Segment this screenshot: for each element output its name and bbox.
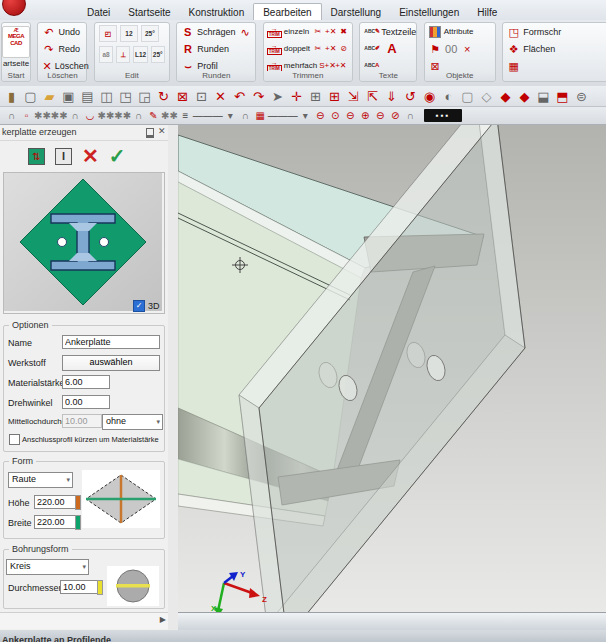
toolbar-icon[interactable]: ⇓ [382,87,401,106]
trim-tool-icon[interactable]: ✖ [338,27,348,36]
menu-darstellung[interactable]: Darstellung [322,4,391,20]
cross-lines-icon[interactable]: × [461,43,474,55]
toolbar-icon[interactable]: ✱✱✱✱ [98,108,132,123]
toolbar-icon[interactable]: ▰ [40,87,59,106]
toolbar-icon[interactable]: ✎ [146,108,161,123]
toolbar-icon[interactable]: ▢ [21,87,40,106]
textzeile-button[interactable]: ABC✎ Textzeile [360,23,416,40]
hoehe-input[interactable] [34,495,76,509]
toolbar-icon[interactable]: ↷ [249,87,268,106]
close-icon[interactable]: ✕ [158,126,166,136]
edit-tool-icon[interactable]: ◰ [99,25,117,42]
toolbar-icon[interactable]: ⇲ [344,87,363,106]
toolbar-icon[interactable]: ➤ [268,87,287,106]
menu-bearbeiten-active-tab[interactable]: Bearbeiten [253,3,321,21]
trim-icon[interactable]: →TRIM [267,60,282,72]
durchmesser-input[interactable] [60,580,98,594]
viewport-3d[interactable]: X Z Y [178,125,606,612]
toolbar-icon[interactable]: ✕ [211,87,230,106]
name-input[interactable] [62,335,160,349]
ribbon-button[interactable]: R Runden [177,40,255,57]
toolbar-icon[interactable]: ◆ [496,87,515,106]
edit-tool-icon[interactable]: L12 [133,46,147,63]
toolbar-icon[interactable]: ⊘ [388,108,403,123]
menu-hilfe[interactable]: Hilfe [468,4,506,20]
menu-startseite[interactable]: Startseite [119,4,179,20]
toolbar-icon[interactable]: ⊕ [358,108,373,123]
checkbox-3d-box[interactable]: ✓ [133,300,145,312]
toolbar-icon[interactable]: ◡ [83,108,98,123]
toolbar-icon[interactable]: ⊜ [572,87,591,106]
toolbar-icon[interactable]: ▫ [19,108,34,123]
viewport-canvas[interactable]: X Z Y [178,125,606,612]
trim-tool-icon[interactable]: +✕ [325,44,336,53]
form-shape-select[interactable]: Raute▾ [8,472,73,488]
ribbon-button[interactable]: ↶ Undo [38,23,86,40]
toolbar-icon[interactable]: ⊖ [343,108,358,123]
trim-tool-icon[interactable]: S+✕ [319,61,333,70]
breite-input[interactable] [34,515,76,529]
attribute-button[interactable]: Attribute [425,23,495,40]
trim-tool-icon[interactable]: ✂ [313,27,323,36]
abc-icon[interactable]: ABC✐ [364,46,378,51]
toolbar-icon[interactable]: ⊡ [192,87,211,106]
toolbar-icon[interactable]: ▤ [78,87,97,106]
toolbar-icon[interactable]: ◇ [477,87,496,106]
toolbar-icon[interactable]: ⊙ [328,108,343,123]
scroll-right-icon[interactable]: ▶ [160,615,166,624]
plate-profile-icon[interactable]: I [55,148,72,165]
ribbon-extra-icon[interactable]: ∿ [239,26,252,38]
pin-icon[interactable] [146,128,154,138]
toolbar-icon[interactable]: ≡ [178,108,193,123]
toolbar-icon[interactable]: ∩ [238,108,253,123]
toolbar-icon[interactable]: ▾ [298,108,313,123]
toolbar-icon[interactable]: ◳ [116,87,135,106]
clips-icon[interactable]: 00 [445,43,458,55]
ribbon-button[interactable]: ▦ [503,57,606,74]
mittelloch-select[interactable]: ohne▾ [102,414,163,430]
trim-tool-icon[interactable]: ✂ [313,44,323,53]
toolbar-icon[interactable]: ▦ [253,108,268,123]
edit-tool-icon[interactable]: 25° [141,25,159,42]
toolbar-icon[interactable]: ——— [268,108,298,123]
edit-tool-icon[interactable]: 25° [151,46,165,63]
toolbar-icon[interactable]: ⊖ [373,108,388,123]
toolbar-icon[interactable]: ↶ [230,87,249,106]
menu-konstruktion[interactable]: Konstruktion [180,4,254,20]
toolbar-icon[interactable]: ∩ [131,108,146,123]
toolbar-icon[interactable]: ⊞ [306,87,325,106]
ribbon-button[interactable]: ❖ Flächen [503,40,606,57]
toolbar-icon[interactable]: ⊖ [313,108,328,123]
werkstoff-auswaehlen-button[interactable]: auswählen [62,355,160,371]
edit-tool-icon[interactable]: a8 [99,46,113,63]
toolbar-icon[interactable]: ∩ [68,108,83,123]
toolbar-icon[interactable]: ⊞ [325,87,344,106]
menu-datei[interactable]: Datei [78,4,119,20]
toolbar-icon[interactable]: ⬓ [534,87,553,106]
panel-horizontal-scrollbar[interactable]: ▶ [0,612,168,629]
menu-einstellungen[interactable]: Einstellungen [390,4,468,20]
flag-icon[interactable]: ⚑ [429,43,442,55]
edit-tool-icon[interactable]: 12 [120,25,138,42]
toolbar-icon[interactable]: ✛ [287,87,306,106]
abc-icon[interactable]: ABCA [364,63,378,68]
materialstaerke-input[interactable] [62,375,110,389]
toolbar-icon[interactable]: ⊠ [173,87,192,106]
bohrung-shape-select[interactable]: Kreis▾ [6,559,89,575]
toolbar-icon[interactable]: ◫ [97,87,116,106]
font-a-icon[interactable]: A [387,41,396,56]
toolbar-icon[interactable]: ▣ [59,87,78,106]
ribbon-button[interactable]: S Schrägen ∿ [177,23,255,40]
toolbar-icon[interactable]: ∩ [4,108,19,123]
trim-tool-icon[interactable]: +✕ [325,27,336,36]
trim-tool-icon[interactable]: ⊘ [338,44,348,53]
toolbar-icon[interactable]: ⬒ [553,87,572,106]
toolbar-icon[interactable]: ✱✱✱✱ [34,108,68,123]
confirm-icon[interactable]: ✓ [109,146,126,166]
delete-box-icon[interactable]: ⊠ [429,60,442,72]
toolbar-icon[interactable]: ↺ [401,87,420,106]
trim-icon[interactable]: →TRIM [267,43,282,55]
toolbar-icon[interactable]: ↻ [154,87,173,106]
viewport-bottom-scrollbar[interactable] [178,612,606,631]
toolbar-icon[interactable]: ◲ [135,87,154,106]
